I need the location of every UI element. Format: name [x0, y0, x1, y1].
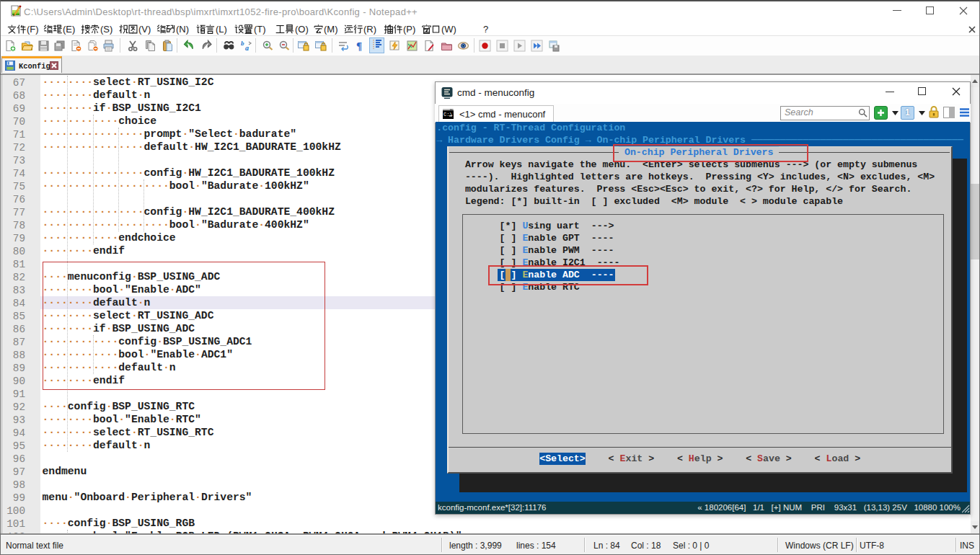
svg-text:¶: ¶ — [356, 40, 362, 52]
svg-text:b: b — [241, 40, 244, 47]
svg-text:C:\: C:\ — [443, 112, 453, 117]
svg-text:a: a — [245, 44, 249, 52]
